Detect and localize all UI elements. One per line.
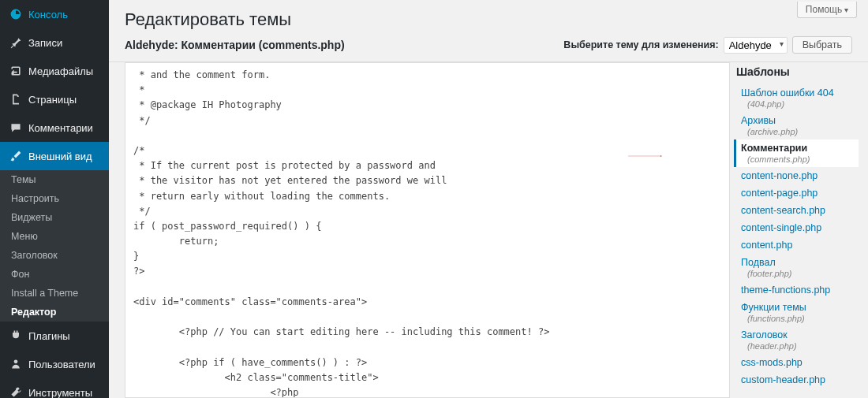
submenu-widgets[interactable]: Виджеты — [0, 208, 109, 227]
template-item[interactable]: Архивы(archive.php) — [734, 112, 859, 139]
submenu-editor[interactable]: Редактор — [0, 303, 109, 322]
menu-label: Записи — [28, 37, 62, 49]
template-item[interactable]: Функции темы(functions.php) — [734, 299, 859, 326]
theme-select-label: Выберите тему для изменения: — [563, 39, 718, 50]
code-editor[interactable] — [125, 62, 730, 398]
menu-label: Консоль — [28, 9, 68, 20]
menu-label: Плагины — [28, 330, 70, 342]
template-filename: (archive.php) — [741, 127, 854, 136]
menu-comments[interactable]: Комментарии — [0, 113, 109, 142]
menu-label: Пользователи — [28, 359, 95, 370]
select-theme-button[interactable]: Выбрать — [792, 36, 852, 54]
template-item[interactable]: css-mods.php — [734, 354, 859, 371]
media-icon — [8, 63, 24, 79]
menu-media[interactable]: Медиафайлы — [0, 57, 109, 85]
users-icon — [8, 356, 24, 372]
menu-users[interactable]: Пользователи — [0, 350, 109, 378]
admin-sidebar: Консоль Записи Медиафайлы Страницы Комме… — [0, 0, 109, 398]
template-item[interactable]: theme-functions.php — [734, 281, 859, 299]
template-filename: (footer.php) — [741, 269, 854, 278]
template-item[interactable]: Шаблон ошибки 404(404.php) — [734, 84, 859, 112]
menu-label: Страницы — [28, 94, 77, 106]
page-title: Редактировать темы — [109, 0, 868, 36]
template-filename: (header.php) — [741, 341, 854, 351]
main-content: Помощь Редактировать темы Aldehyde: Комм… — [109, 0, 868, 398]
template-item[interactable]: content-none.php — [734, 167, 859, 184]
templates-heading: Шаблоны — [736, 65, 859, 78]
submenu-header[interactable]: Заголовок — [0, 246, 109, 265]
comments-icon — [8, 120, 24, 136]
plugin-icon — [8, 328, 24, 344]
template-filename: (404.php) — [741, 99, 854, 109]
brush-icon — [8, 148, 24, 164]
menu-posts[interactable]: Записи — [0, 28, 109, 57]
submenu-customize[interactable]: Настроить — [0, 189, 109, 208]
dashboard-icon — [8, 6, 24, 22]
template-filename: (functions.php) — [741, 314, 854, 323]
templates-panel: Шаблоны Шаблон ошибки 404(404.php)Архивы… — [730, 62, 868, 398]
template-filename: (comments.php) — [741, 154, 854, 164]
template-item[interactable]: content-search.php — [734, 202, 859, 219]
menu-label: Медиафайлы — [28, 65, 93, 77]
submenu-install-theme[interactable]: Install a Theme — [0, 284, 109, 303]
svg-point-0 — [14, 359, 18, 363]
code-editor-wrap — [125, 62, 730, 398]
menu-appearance[interactable]: Внешний вид — [0, 142, 109, 170]
menu-label: Инструменты — [28, 387, 92, 399]
menu-label: Внешний вид — [28, 151, 92, 162]
pages-icon — [8, 91, 24, 107]
submenu-themes[interactable]: Темы — [0, 170, 109, 189]
menu-tools[interactable]: Инструменты — [0, 378, 109, 398]
template-item[interactable]: Заголовок(header.php) — [734, 326, 859, 354]
submenu-menus[interactable]: Меню — [0, 227, 109, 246]
menu-label: Комментарии — [28, 122, 93, 134]
template-item[interactable]: content-page.php — [734, 184, 859, 202]
template-item[interactable]: content.php — [734, 236, 859, 254]
menu-plugins[interactable]: Плагины — [0, 322, 109, 350]
theme-select[interactable]: Aldehyde — [724, 37, 788, 54]
menu-console[interactable]: Консоль — [0, 0, 109, 28]
template-item[interactable]: Подвал(footer.php) — [734, 254, 859, 281]
pin-icon — [8, 35, 24, 50]
template-item[interactable]: Комментарии(comments.php) — [734, 139, 859, 167]
template-item[interactable]: custom-header.php — [734, 371, 859, 389]
help-button[interactable]: Помощь — [797, 2, 857, 18]
menu-pages[interactable]: Страницы — [0, 85, 109, 113]
file-subtitle: Aldehyde: Комментарии (comments.php) — [125, 39, 345, 51]
submenu-background[interactable]: Фон — [0, 265, 109, 284]
template-item[interactable]: content-single.php — [734, 219, 859, 236]
tools-icon — [8, 385, 24, 398]
